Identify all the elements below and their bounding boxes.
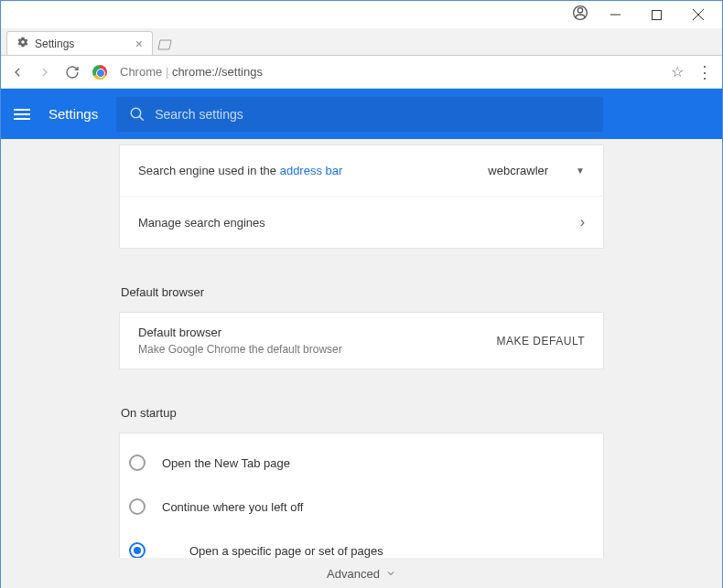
svg-rect-3 (653, 10, 662, 19)
tab-title: Settings (35, 37, 74, 50)
manage-engines-label: Manage search engines (138, 216, 580, 230)
chrome-icon (92, 65, 107, 80)
new-tab-button[interactable] (153, 35, 177, 55)
default-browser-sub: Make Google Chrome the default browser (138, 343, 497, 356)
maximize-button[interactable] (636, 2, 677, 27)
radio-icon[interactable] (129, 454, 146, 471)
search-engine-selected[interactable]: webcrawler (488, 164, 548, 177)
gear-icon (16, 36, 29, 51)
default-browser-row: Default browser Make Google Chrome the d… (120, 313, 603, 369)
chevron-right-icon: › (580, 214, 585, 230)
tab-strip: Settings × (1, 28, 722, 56)
option-label: Open the New Tab page (162, 456, 290, 470)
option-label: Open a specific page or set of pages (189, 544, 383, 558)
radio-icon[interactable] (129, 542, 146, 558)
advanced-toggle[interactable]: Advanced (1, 558, 722, 588)
search-engine-card: Search engine used in the address bar we… (119, 144, 604, 249)
menu-icon[interactable]: ⋮ (696, 64, 713, 80)
search-box[interactable] (116, 97, 603, 132)
chevron-down-icon[interactable]: ▼ (576, 166, 585, 176)
settings-header: Settings (1, 89, 722, 139)
startup-option-continue[interactable]: Continue where you left off (120, 485, 603, 529)
close-button[interactable] (677, 2, 718, 27)
option-label: Continue where you left off (162, 500, 303, 514)
tab-settings[interactable]: Settings × (6, 31, 153, 55)
svg-line-7 (139, 116, 144, 121)
page-title: Settings (49, 106, 98, 122)
default-browser-card: Default browser Make Google Chrome the d… (119, 312, 604, 369)
svg-point-6 (131, 108, 141, 118)
browser-window: Settings × Chrome | chrome://settings ☆ … (0, 0, 723, 588)
search-engine-row[interactable]: Search engine used in the address bar we… (120, 145, 603, 197)
url-text[interactable]: Chrome | chrome://settings (120, 65, 263, 79)
svg-point-0 (577, 8, 582, 13)
address-bar: Chrome | chrome://settings ☆ ⋮ (1, 56, 722, 89)
startup-option-specific[interactable]: Open a specific page or set of pages (120, 529, 603, 558)
chevron-down-icon (385, 568, 396, 579)
startup-card: Open the New Tab page Continue where you… (119, 433, 604, 558)
minimize-button[interactable] (595, 2, 636, 27)
address-bar-link[interactable]: address bar (280, 164, 343, 177)
search-input[interactable] (155, 107, 590, 122)
radio-icon[interactable] (129, 498, 146, 515)
on-startup-section: On startup (119, 388, 604, 427)
default-browser-title: Default browser (138, 326, 497, 339)
titlebar (1, 1, 722, 28)
bookmark-icon[interactable]: ☆ (671, 63, 684, 80)
advanced-label: Advanced (327, 567, 380, 581)
manage-engines-row[interactable]: Manage search engines › (120, 197, 603, 248)
forward-button[interactable] (38, 65, 52, 80)
close-icon[interactable]: × (135, 37, 143, 51)
startup-option-newtab[interactable]: Open the New Tab page (120, 441, 603, 485)
search-engine-label: Search engine used in the (138, 164, 280, 177)
search-icon (129, 106, 146, 123)
account-icon[interactable] (573, 5, 588, 24)
content-area: Search engine used in the address bar we… (1, 139, 722, 558)
back-button[interactable] (10, 65, 25, 80)
hamburger-icon[interactable] (14, 109, 30, 120)
make-default-button[interactable]: MAKE DEFAULT (497, 335, 585, 347)
reload-button[interactable] (65, 65, 80, 80)
default-browser-section: Default browser (119, 267, 604, 306)
